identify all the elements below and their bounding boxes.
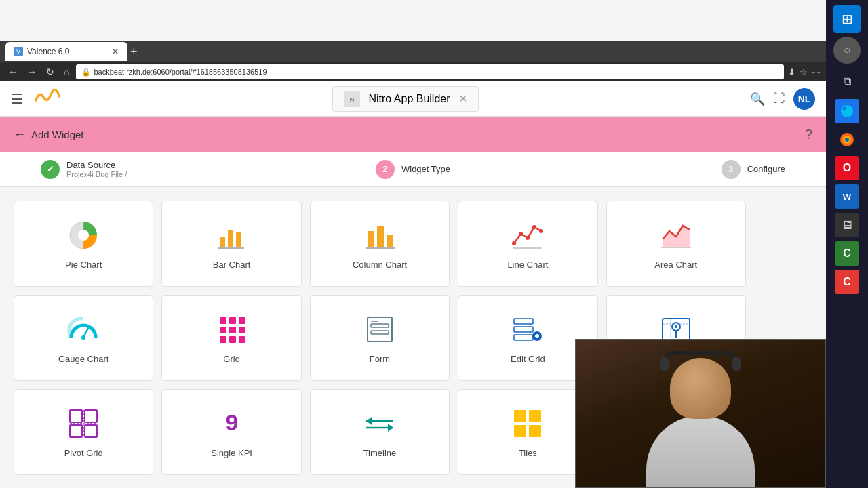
bookmark-icon[interactable]: ☆ (800, 67, 808, 77)
tab-bar: V Valence 6.0 ✕ + (0, 41, 826, 62)
step-3-circle: 3 (722, 160, 741, 179)
address-bar[interactable]: 🔒 backbeat.rzkh.de:6060/portal/#16185633… (76, 64, 784, 79)
browser-frame: V Valence 6.0 ✕ + ← → ↻ ⌂ 🔒 backbeat.rzk… (0, 41, 826, 81)
logo-icon (34, 87, 61, 110)
widget-card-single-kpi[interactable]: 9 Single KPI (161, 389, 301, 475)
fullscreen-icon[interactable]: ⛶ (773, 92, 785, 106)
app-title-close-btn[interactable]: ✕ (458, 92, 467, 105)
step-1-info: Data Source Projex4i Bug File / (66, 160, 127, 178)
nitro-icon: N (344, 91, 360, 107)
svg-rect-32 (229, 336, 236, 343)
svg-point-24 (81, 336, 85, 340)
svg-rect-40 (514, 335, 533, 340)
step-1: ✓ Data Source Projex4i Bug File / (41, 160, 199, 179)
svg-rect-8 (228, 230, 233, 247)
app-header: ☰ N Nitro App Builder ✕ 🔍 ⛶ NL (0, 81, 826, 117)
step-3-info: Configure (747, 164, 785, 174)
step-1-label: Data Source (66, 160, 127, 170)
tab-close-btn[interactable]: ✕ (111, 46, 119, 57)
stepper: ✓ Data Source Projex4i Bug File / 2 Widg… (0, 152, 826, 187)
line-chart-icon (510, 218, 545, 253)
search-circle-icon[interactable]: ○ (833, 37, 861, 64)
grid-icon (214, 312, 250, 347)
svg-marker-58 (366, 417, 372, 425)
svg-rect-35 (371, 324, 389, 327)
column-chart-label: Column Chart (353, 260, 407, 270)
pie-chart-label: Pie Chart (65, 260, 102, 270)
svg-rect-50 (85, 410, 97, 422)
back-button[interactable]: ← Add Widget (14, 127, 84, 142)
opera-icon[interactable]: O (835, 156, 859, 180)
home-button[interactable]: ⌂ (61, 65, 72, 79)
widget-card-pivot-grid[interactable]: Pivot Grid (14, 389, 153, 475)
reload-button[interactable]: ↻ (43, 65, 57, 79)
firefox-icon[interactable] (835, 127, 859, 152)
lock-icon: 🔒 (81, 68, 91, 77)
step-1-sublabel: Projex4i Bug File / (66, 170, 127, 178)
widget-card-gauge-chart[interactable]: Gauge Chart (14, 295, 153, 381)
gauge-chart-icon (66, 312, 101, 347)
step-2-label: Widget Type (401, 164, 450, 174)
widget-card-area-chart[interactable]: Area Chart (606, 201, 746, 287)
svg-rect-49 (70, 410, 82, 422)
svg-rect-52 (85, 425, 97, 437)
svg-text:N: N (350, 96, 355, 103)
download-icon[interactable]: ⬇ (788, 67, 795, 77)
svg-rect-12 (377, 226, 384, 247)
os-taskbar: ⊞ ○ ⧉ O W 🖥 C C (826, 0, 868, 488)
explorer-icon[interactable]: 🖥 (835, 213, 859, 237)
pivot-grid-icon (66, 406, 101, 441)
svg-point-17 (526, 236, 530, 240)
step-2-circle: 2 (376, 160, 395, 179)
edge-icon[interactable] (835, 99, 859, 123)
svg-rect-26 (229, 317, 236, 324)
svg-rect-51 (70, 425, 82, 437)
svg-rect-7 (220, 237, 225, 247)
timeline-label: Timeline (363, 448, 397, 458)
pie-chart-icon (66, 218, 101, 253)
widget-card-column-chart[interactable]: Column Chart (310, 201, 450, 287)
svg-rect-28 (220, 327, 226, 333)
word-icon[interactable]: W (835, 184, 859, 209)
app-center: N Nitro App Builder ✕ (72, 86, 739, 112)
video-overlay (575, 339, 826, 488)
browser-tab[interactable]: V Valence 6.0 ✕ (5, 42, 127, 61)
widget-card-line-chart[interactable]: Line Chart (458, 201, 597, 287)
taskview-icon[interactable]: ⧉ (833, 68, 861, 95)
bar-chart-icon (214, 218, 250, 253)
svg-point-18 (532, 225, 536, 229)
hamburger-menu[interactable]: ☰ (11, 91, 23, 107)
svg-rect-38 (514, 319, 533, 324)
area-chart-icon (658, 218, 694, 253)
svg-rect-9 (236, 232, 241, 247)
widget-card-timeline[interactable]: Timeline (310, 389, 450, 475)
widget-header: ← Add Widget ? (0, 117, 826, 152)
tab-favicon: V (14, 47, 23, 56)
grid-label: Grid (223, 354, 240, 364)
forward-nav-button[interactable]: → (24, 65, 39, 79)
svg-point-19 (539, 229, 543, 233)
user-avatar[interactable]: NL (793, 88, 815, 110)
widget-card-bar-chart[interactable]: Bar Chart (161, 201, 301, 287)
app-icon-green[interactable]: C (835, 241, 859, 266)
step-3: 3 Configure (627, 160, 785, 179)
menu-dots-icon[interactable]: ⋯ (812, 67, 821, 77)
back-nav-button[interactable]: ← (5, 65, 20, 79)
svg-rect-30 (239, 327, 245, 333)
widget-card-grid[interactable]: Grid (161, 295, 301, 381)
pivot-grid-label: Pivot Grid (64, 448, 103, 458)
new-tab-button[interactable]: + (130, 45, 138, 59)
single-kpi-label: Single KPI (211, 448, 252, 458)
app-icon-red[interactable]: C (835, 270, 859, 294)
widget-card-pie-chart[interactable]: Pie Chart (14, 201, 153, 287)
windows-icon[interactable]: ⊞ (833, 5, 861, 33)
help-button[interactable]: ? (805, 127, 812, 142)
search-icon[interactable]: 🔍 (750, 92, 765, 106)
tiles-label: Tiles (519, 448, 537, 458)
app-title-text: Nitro App Builder (368, 93, 450, 105)
bar-chart-label: Bar Chart (213, 260, 251, 270)
svg-marker-59 (388, 424, 393, 432)
widget-card-form[interactable]: Form (310, 295, 450, 381)
svg-rect-31 (220, 336, 226, 343)
svg-rect-36 (371, 331, 389, 334)
